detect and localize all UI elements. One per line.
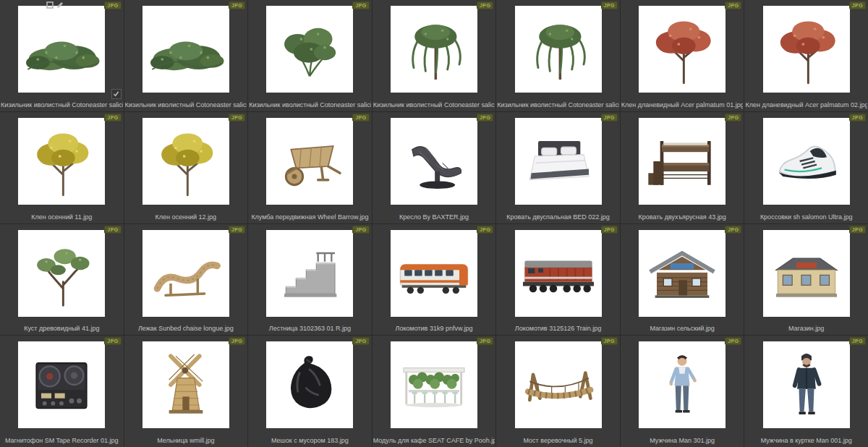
shrub-weeping-image xyxy=(518,9,599,90)
asset-cell[interactable]: JPGМагазин сельский.jpg xyxy=(621,224,744,336)
asset-filename[interactable]: Магнитофон SM Tape Recorder 01.jpg xyxy=(1,437,123,445)
chaise-image xyxy=(393,121,475,202)
maple-yellow-image xyxy=(21,121,102,202)
asset-cell[interactable]: JPGКуст древовидный 41.jpg xyxy=(0,224,124,336)
asset-thumbnail[interactable] xyxy=(142,230,229,317)
asset-filename[interactable]: Клумба передвижная Wheel Barrow.jpg xyxy=(249,213,371,221)
cafe-module-image xyxy=(393,344,475,425)
asset-cell[interactable]: JPGКизильник иволистный Cotoneaster sali… xyxy=(496,0,620,111)
asset-cell[interactable]: JPGКроссовки sh salomon Ultra.jpg xyxy=(744,112,868,224)
asset-thumbnail[interactable] xyxy=(763,118,850,205)
asset-thumbnail[interactable] xyxy=(763,230,850,317)
pencil-icon xyxy=(56,1,64,9)
shrub-weeping-image xyxy=(393,9,475,90)
asset-cell[interactable]: JPGКлен дланевидный Acer palmatum 02.jpg xyxy=(744,0,868,111)
asset-thumbnail[interactable] xyxy=(391,6,477,93)
asset-cell[interactable]: JPGКизильник иволистный Cotoneaster sali… xyxy=(373,0,496,111)
asset-filename[interactable]: Клен дланевидный Acer palmatum 02.jpg xyxy=(745,101,867,109)
asset-cell[interactable]: JPGМагнитофон SM Tape Recorder 01.jpg xyxy=(0,336,124,447)
asset-filename[interactable]: Модуль для кафе SEAT CAFE by Pooh.jpg xyxy=(373,437,495,445)
asset-filename[interactable]: Кресло By BAXTER.jpg xyxy=(373,213,495,221)
asset-cell[interactable]: JPGМост веревочный 5.jpg xyxy=(496,336,620,447)
asset-cell[interactable]: JPGМешок с мусором 183.jpg xyxy=(248,336,372,447)
asset-cell[interactable]: JPGЛокомотив 3125126 Train.jpg xyxy=(496,224,620,336)
asset-cell[interactable]: JPGМагазин.jpg xyxy=(744,224,868,336)
asset-cell[interactable]: JPGЛестница 3102363 01 R.jpg xyxy=(248,224,372,336)
asset-thumbnail[interactable] xyxy=(266,118,353,205)
filetype-badge: JPG xyxy=(477,226,493,234)
asset-filename[interactable]: Лестница 3102363 01 R.jpg xyxy=(249,325,371,333)
asset-filename[interactable]: Кровать двуспальная BED 022.jpg xyxy=(497,213,619,221)
asset-filename[interactable]: Кизильник иволистный Cotoneaster salicif… xyxy=(497,101,619,109)
asset-filename[interactable]: Клен осенний 11.jpg xyxy=(1,213,123,221)
asset-cell[interactable]: JPGКлен осенний 11.jpg xyxy=(0,112,124,224)
man-standing-image xyxy=(642,344,723,425)
asset-filename[interactable]: Кровать двухъярусная 43.jpg xyxy=(621,213,744,221)
asset-filename[interactable]: Магазин сельский.jpg xyxy=(621,325,744,333)
asset-thumbnail[interactable] xyxy=(142,6,229,93)
asset-thumbnail[interactable] xyxy=(18,118,105,205)
asset-thumbnail[interactable] xyxy=(142,118,229,205)
filetype-badge: JPG xyxy=(229,114,245,122)
asset-thumbnail[interactable] xyxy=(266,6,353,93)
asset-cell[interactable]: JPGКровать двуспальная BED 022.jpg xyxy=(496,112,620,224)
asset-filename[interactable]: Кизильник иволистный Cotoneaster salicif… xyxy=(373,101,495,109)
asset-filename[interactable]: Мост веревочный 5.jpg xyxy=(497,437,619,445)
asset-cell[interactable]: JPGЛокомотив 31k9 pnfvw.jpg xyxy=(373,224,496,336)
asset-filename[interactable]: Кизильник иволистный Cotoneaster salicif… xyxy=(1,101,123,109)
filetype-badge: JPG xyxy=(601,114,618,122)
asset-cell[interactable]: JPGКлен осенний 12.jpg xyxy=(124,112,248,224)
asset-thumbnail[interactable] xyxy=(639,230,726,317)
asset-thumbnail[interactable] xyxy=(763,6,850,93)
asset-cell[interactable]: JPGКровать двухъярусная 43.jpg xyxy=(621,112,744,224)
asset-thumbnail[interactable] xyxy=(391,118,477,205)
selected-checkbox[interactable] xyxy=(111,89,122,99)
asset-thumbnail[interactable] xyxy=(639,6,726,93)
square-icon xyxy=(46,1,54,9)
asset-cell[interactable]: JPGМужчина Man 301.jpg xyxy=(621,336,744,447)
asset-cell[interactable]: JPGКлумба передвижная Wheel Barrow.jpg xyxy=(248,112,372,224)
maple-yellow-image xyxy=(145,121,226,202)
asset-cell[interactable]: JPGМодуль для кафе SEAT CAFE by Pooh.jpg xyxy=(373,336,496,447)
asset-thumbnail[interactable] xyxy=(18,230,105,317)
asset-filename[interactable]: Локомотив 31k9 pnfvw.jpg xyxy=(373,325,495,333)
shrub-wide-image xyxy=(145,9,226,90)
asset-thumbnail[interactable] xyxy=(391,341,477,428)
asset-filename[interactable]: Клен осенний 12.jpg xyxy=(125,213,247,221)
asset-filename[interactable]: Мельница wmill.jpg xyxy=(125,437,247,445)
asset-filename[interactable]: Мужчина Man 301.jpg xyxy=(621,437,744,445)
asset-filename[interactable]: Мешок с мусором 183.jpg xyxy=(249,437,371,445)
asset-thumbnail[interactable] xyxy=(266,341,353,428)
asset-thumbnail[interactable] xyxy=(18,6,105,93)
asset-filename[interactable]: Мужчина в куртке Man 001.jpg xyxy=(745,437,867,445)
asset-thumbnail[interactable] xyxy=(18,341,105,428)
asset-thumbnail[interactable] xyxy=(515,6,602,93)
asset-cell[interactable]: JPGКлен дланевидный Acer palmatum 01.jpg xyxy=(621,0,744,111)
asset-cell[interactable]: JPGКизильник иволистный Cotoneaster sali… xyxy=(0,0,124,111)
asset-filename[interactable]: Куст древовидный 41.jpg xyxy=(1,325,123,333)
asset-cell[interactable]: JPGЛежак Sunbed chaise longue.jpg xyxy=(124,224,248,336)
asset-filename[interactable]: Лежак Sunbed chaise longue.jpg xyxy=(125,325,247,333)
asset-thumbnail[interactable] xyxy=(639,341,726,428)
asset-thumbnail[interactable] xyxy=(142,341,229,428)
thumbnail-grid: JPGКизильник иволистный Cotoneaster sali… xyxy=(0,0,868,447)
asset-filename[interactable]: Кроссовки sh salomon Ultra.jpg xyxy=(745,213,867,221)
asset-thumbnail[interactable] xyxy=(515,341,602,428)
asset-thumbnail[interactable] xyxy=(266,230,353,317)
asset-cell[interactable]: JPGКизильник иволистный Cotoneaster sali… xyxy=(248,0,372,111)
asset-filename[interactable]: Локомотив 3125126 Train.jpg xyxy=(497,325,619,333)
asset-filename[interactable]: Клен дланевидный Acer palmatum 01.jpg xyxy=(621,101,744,109)
asset-cell[interactable]: JPGКизильник иволистный Cotoneaster sali… xyxy=(124,0,248,111)
asset-cell[interactable]: JPGКресло By BAXTER.jpg xyxy=(373,112,496,224)
asset-thumbnail[interactable] xyxy=(391,230,477,317)
asset-filename[interactable]: Магазин.jpg xyxy=(745,325,867,333)
asset-filename[interactable]: Кизильник иволистный Cotoneaster salicif… xyxy=(125,101,247,109)
asset-cell[interactable]: JPGМужчина в куртке Man 001.jpg xyxy=(744,336,868,447)
asset-thumbnail[interactable] xyxy=(515,118,602,205)
asset-thumbnail[interactable] xyxy=(515,230,602,317)
asset-cell[interactable]: JPGМельница wmill.jpg xyxy=(124,336,248,447)
asset-thumbnail[interactable] xyxy=(639,118,726,205)
asset-thumbnail[interactable] xyxy=(763,341,850,428)
shop-house-image xyxy=(766,233,847,314)
asset-filename[interactable]: Кизильник иволистный Cotoneaster salicif… xyxy=(249,101,371,109)
